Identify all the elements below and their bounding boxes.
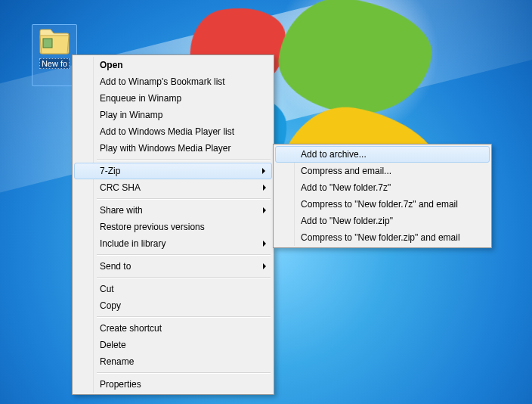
menu-7zip-label: 7-Zip xyxy=(100,166,120,176)
submenu-compress-7z-email[interactable]: Compress to "New folder.7z" and email xyxy=(275,196,490,213)
menu-separator xyxy=(97,316,271,318)
menu-cut[interactable]: Cut xyxy=(74,281,272,297)
folder-icon xyxy=(39,28,70,55)
submenu-add-zip[interactable]: Add to "New folder.zip" xyxy=(275,213,490,229)
menu-include-library[interactable]: Include in library xyxy=(74,235,272,252)
menu-winamp-enqueue[interactable]: Enqueue in Winamp xyxy=(74,90,272,107)
menu-copy[interactable]: Copy xyxy=(74,297,272,314)
submenu-add-to-archive[interactable]: Add to archive... xyxy=(275,146,490,163)
menu-separator xyxy=(97,159,271,160)
menu-winamp-bookmark[interactable]: Add to Winamp's Bookmark list xyxy=(74,73,272,90)
menu-send-to-label: Send to xyxy=(100,261,131,272)
menu-share-with[interactable]: Share with xyxy=(74,202,272,219)
menu-share-with-label: Share with xyxy=(100,205,143,216)
7zip-submenu: Add to archive... Compress and email... … xyxy=(273,144,492,248)
menu-properties[interactable]: Properties xyxy=(74,376,272,393)
menu-7zip[interactable]: 7-Zip xyxy=(74,163,272,179)
menu-wmp-add[interactable]: Add to Windows Media Player list xyxy=(74,123,272,140)
context-menu: Open Add to Winamp's Bookmark list Enque… xyxy=(72,54,274,395)
folder-label: New fo xyxy=(39,58,70,69)
menu-include-library-label: Include in library xyxy=(100,238,165,249)
menu-separator xyxy=(97,198,271,200)
menu-wmp-play[interactable]: Play with Windows Media Player xyxy=(74,140,272,157)
menu-crc-sha-label: CRC SHA xyxy=(100,182,141,193)
chevron-right-icon xyxy=(263,263,266,269)
menu-open[interactable]: Open xyxy=(74,57,272,73)
svg-rect-0 xyxy=(43,39,52,48)
menu-separator xyxy=(97,254,271,256)
menu-rename[interactable]: Rename xyxy=(74,353,272,370)
desktop-folder-selected[interactable]: New fo xyxy=(32,24,77,86)
menu-delete[interactable]: Delete xyxy=(74,337,272,353)
menu-separator xyxy=(97,277,271,278)
submenu-add-7z[interactable]: Add to "New folder.7z" xyxy=(275,179,490,196)
menu-create-shortcut[interactable]: Create shortcut xyxy=(74,320,272,337)
chevron-right-icon xyxy=(263,241,266,247)
menu-winamp-play[interactable]: Play in Winamp xyxy=(74,107,272,123)
menu-separator xyxy=(97,372,271,374)
menu-crc-sha[interactable]: CRC SHA xyxy=(74,179,272,196)
chevron-right-icon xyxy=(263,207,266,213)
menu-restore-prev[interactable]: Restore previous versions xyxy=(74,219,272,235)
chevron-right-icon xyxy=(263,185,266,191)
submenu-compress-zip-email[interactable]: Compress to "New folder.zip" and email xyxy=(275,229,490,246)
menu-send-to[interactable]: Send to xyxy=(74,258,272,275)
desktop-background[interactable]: New fo Open Add to Winamp's Bookmark lis… xyxy=(0,0,532,404)
submenu-compress-email[interactable]: Compress and email... xyxy=(275,163,490,179)
chevron-right-icon xyxy=(262,168,265,174)
